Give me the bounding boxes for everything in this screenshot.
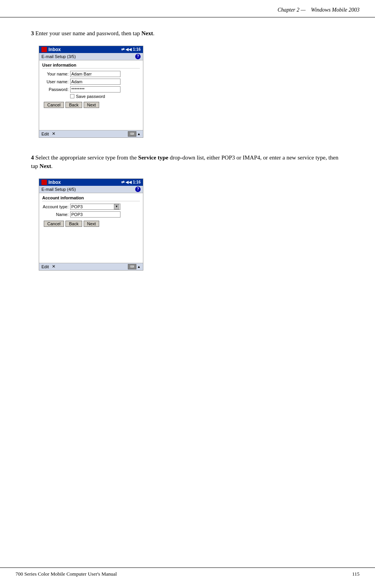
buttons-row-2: Cancel Back Next [44,221,140,227]
up-arrow-2: ▲ [137,265,141,269]
step-4-number: 4 [31,154,34,161]
next-button-1[interactable]: Next [84,102,100,108]
cancel-button-1[interactable]: Cancel [44,102,64,108]
step-4-section: 4 Select the appropriate service type fr… [31,153,344,271]
titlebar-1: Inbox ⇄ ◀◀ 1:16 [39,46,143,53]
label-name: Name: [42,212,70,217]
titlebar-title-1: Inbox [48,47,61,52]
titlebar-title-2: Inbox [48,180,61,185]
footer-left: 700 Series Color Mobile Computer User's … [15,571,117,577]
form-row-yourname: Your name: [42,71,140,77]
dropdown-arrow-accounttype[interactable]: ▼ [114,204,119,209]
label-savepassword: Save password [76,94,105,99]
back-button-1[interactable]: Back [65,102,82,108]
bottom-bar-left-2: Edit ✕ [41,264,55,269]
input-password[interactable] [70,86,120,93]
checkbox-row-savepassword: Save password [70,94,140,99]
keyboard-icon-2[interactable]: ⌨ [128,264,136,269]
x-icon-2[interactable]: ✕ [52,264,55,269]
footer-right: 115 [352,571,360,577]
chapter-label: Chapter 2 — [277,7,305,13]
form-row-accounttype: Account type: POP3 ▼ [42,204,140,210]
label-password: Password: [42,87,70,92]
cancel-button-2[interactable]: Cancel [44,221,64,227]
label-username: User name: [42,79,70,84]
page-content: 3 Enter your user name and password, the… [0,17,375,317]
input-accounttype[interactable]: POP3 ▼ [70,204,120,210]
windows-icon-2 [41,180,47,185]
form-row-password: Password: [42,86,140,93]
title-label: Windows Mobile 2003 [311,7,360,13]
step-3-intro-prefix: Enter your user name and password, then … [35,30,141,36]
titlebar-right-2: ⇄ ◀◀ 1:16 [121,180,141,184]
titlebar-left-2: Inbox [41,180,61,185]
step-3-section: 3 Enter your user name and password, the… [31,29,344,138]
label-yourname: Your name: [42,72,70,76]
step-3-intro: 3 Enter your user name and password, the… [31,29,344,38]
form-area-2: Account information Account type: POP3 ▼… [39,193,143,263]
step-4-intro: 4 Select the appropriate service type fr… [31,153,344,171]
input-name[interactable] [70,211,120,218]
help-icon-1[interactable]: ? [135,54,141,59]
section-title-2: Account information [42,195,140,201]
windows-icon-1 [41,47,47,52]
step-3-intro-suffix: . [153,30,155,36]
bottom-bar-left-1: Edit ✕ [41,131,55,136]
titlebar-left-1: Inbox [41,47,61,52]
edit-label-1[interactable]: Edit [41,132,49,136]
setup-label-1: E-mail Setup (3/5) [41,54,76,59]
keyboard-area-2: ⌨ ▲ [128,264,141,269]
titlebar-right-1: ⇄ ◀◀ 1:16 [121,47,141,51]
next-button-2[interactable]: Next [84,221,100,227]
step-4-next-bold: Next [40,163,51,169]
help-icon-2[interactable]: ? [135,187,141,192]
device-frame-1: Inbox ⇄ ◀◀ 1:16 E-mail Setup (3/5) ? Use… [39,46,143,138]
keyboard-area-1: ⌨ ▲ [128,131,141,137]
setup-bar-1: E-mail Setup (3/5) ? [39,53,143,60]
form-row-name: Name: [42,211,140,218]
input-username[interactable] [70,79,120,85]
up-arrow-1: ▲ [137,132,141,136]
input-yourname[interactable] [70,71,120,77]
step-4-service-bold: Service type [138,154,169,161]
titlebar-2: Inbox ⇄ ◀◀ 1:16 [39,179,143,186]
section-title-1: User information [42,63,140,69]
checkbox-savepassword[interactable] [70,94,74,98]
buttons-row-1: Cancel Back Next [44,102,140,108]
back-button-2[interactable]: Back [65,221,82,227]
form-row-username: User name: [42,79,140,85]
setup-bar-2: E-mail Setup (4/5) ? [39,186,143,193]
step-4-intro-prefix: Select the appropriate service type from… [35,154,138,161]
label-accounttype: Account type: [42,204,70,209]
page-header: Chapter 2 — Windows Mobile 2003 [0,0,375,17]
titlebar-icons-1: ⇄ ◀◀ 1:16 [121,47,141,51]
edit-label-2[interactable]: Edit [41,264,49,269]
page-footer: 700 Series Color Mobile Computer User's … [0,567,375,580]
bottom-bar-1: Edit ✕ ⌨ ▲ [39,130,143,137]
bottom-bar-2: Edit ✕ ⌨ ▲ [39,263,143,270]
keyboard-icon-1[interactable]: ⌨ [128,131,136,137]
titlebar-icons-2: ⇄ ◀◀ 1:16 [121,180,141,184]
device-frame-2: Inbox ⇄ ◀◀ 1:16 E-mail Setup (4/5) ? Acc… [39,178,143,271]
step-3-number: 3 [31,30,34,36]
step-3-next-bold: Next [141,30,153,36]
step-4-intro-suffix: . [51,163,53,169]
setup-label-2: E-mail Setup (4/5) [41,187,76,192]
header-text: Chapter 2 — Windows Mobile 2003 [277,7,360,13]
x-icon-1[interactable]: ✕ [52,131,55,136]
form-area-1: User information Your name: User name: P… [39,60,143,130]
